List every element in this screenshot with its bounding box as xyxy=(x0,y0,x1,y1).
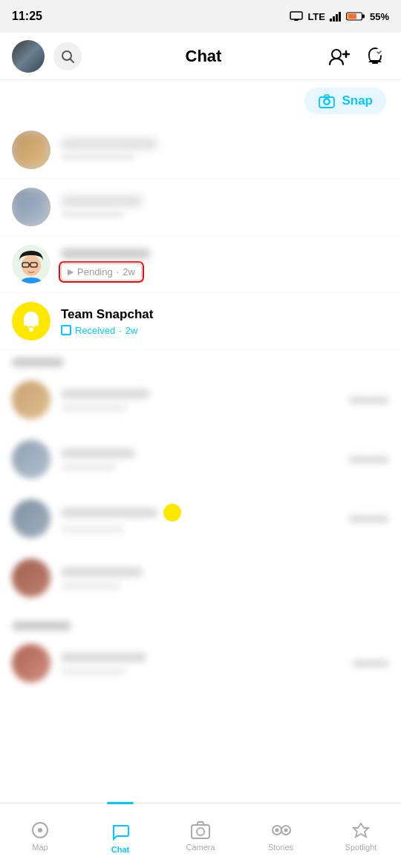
chat-info xyxy=(61,567,389,590)
search-icon xyxy=(60,49,75,64)
list-item[interactable] xyxy=(0,548,401,608)
svg-point-33 xyxy=(284,828,288,832)
add-friend-icon xyxy=(328,47,351,66)
chat-name xyxy=(61,389,150,399)
chat-name xyxy=(61,567,143,577)
camera-icon xyxy=(190,821,211,840)
list-item[interactable] xyxy=(0,430,401,489)
received-icon xyxy=(61,325,71,335)
list-item[interactable] xyxy=(0,489,401,548)
received-dot: · xyxy=(119,325,122,336)
status-bar: 11:25 LTE 55% xyxy=(0,0,401,33)
blurred-section xyxy=(0,350,401,693)
chat-info xyxy=(61,139,389,161)
battery-icon xyxy=(346,11,365,22)
list-item[interactable] xyxy=(0,634,401,693)
chat-name xyxy=(61,652,146,662)
svg-rect-0 xyxy=(290,12,302,19)
chat-name xyxy=(61,139,157,149)
chat-status xyxy=(61,463,117,471)
snap-camera-icon xyxy=(318,93,336,108)
nav-label-chat: Chat xyxy=(111,845,129,854)
pending-badge: ▶ Pending · 2w xyxy=(61,263,142,280)
map-icon xyxy=(30,821,50,840)
status-icons: LTE 55% xyxy=(290,11,389,22)
svg-rect-5 xyxy=(339,12,341,22)
nav-item-stories[interactable]: Stories xyxy=(241,815,321,858)
pending-time: 2w xyxy=(123,266,135,277)
chat-info xyxy=(61,504,332,533)
svg-point-27 xyxy=(38,828,42,832)
pending-chat-item[interactable]: ▶ Pending · 2w xyxy=(0,236,401,293)
nav-item-camera[interactable]: Camera xyxy=(160,815,241,858)
snap-label: Snap xyxy=(342,93,373,108)
list-item[interactable] xyxy=(0,179,401,236)
svg-line-11 xyxy=(71,59,74,62)
yellow-dot xyxy=(163,504,181,522)
svg-rect-1 xyxy=(294,19,299,21)
chat-icon xyxy=(111,823,130,842)
chat-status xyxy=(61,210,124,218)
status-time: 11:25 xyxy=(12,10,42,23)
team-snapchat-item[interactable]: Team Snapchat Received · 2w xyxy=(0,293,401,350)
nav-item-map[interactable]: Map xyxy=(0,815,80,858)
list-item[interactable] xyxy=(0,370,401,430)
page-title: Chat xyxy=(82,47,325,66)
snap-button[interactable]: Snap xyxy=(304,88,386,114)
nav-label-map: Map xyxy=(32,843,48,852)
header-left xyxy=(12,40,82,73)
chat-info xyxy=(61,196,389,218)
chat-time xyxy=(348,515,389,523)
svg-point-18 xyxy=(325,100,329,104)
pending-label: Pending xyxy=(77,266,113,277)
stories-icon xyxy=(270,821,292,840)
chat-name xyxy=(61,196,143,206)
chat-name xyxy=(61,249,150,259)
chat-status xyxy=(61,153,135,161)
avatar xyxy=(12,188,50,226)
add-friend-button[interactable] xyxy=(325,42,353,70)
search-button[interactable] xyxy=(53,42,82,70)
chat-status xyxy=(61,667,126,675)
chat-name xyxy=(61,448,135,458)
svg-point-32 xyxy=(276,828,279,832)
avatar xyxy=(12,644,50,683)
screen-icon xyxy=(290,11,303,22)
svg-point-25 xyxy=(29,327,33,332)
chat-info: ▶ Pending · 2w xyxy=(61,249,389,280)
avatar xyxy=(12,131,50,169)
chat-name: Team Snapchat xyxy=(61,307,389,322)
received-label: Received xyxy=(75,325,115,336)
chat-info: Team Snapchat Received · 2w xyxy=(61,307,389,336)
chat-time xyxy=(348,456,389,464)
pending-arrow-icon: ▶ xyxy=(68,267,74,277)
snap-banner: Snap xyxy=(0,80,401,122)
svg-rect-8 xyxy=(348,14,356,19)
avatar xyxy=(12,440,50,479)
nav-item-chat[interactable]: Chat xyxy=(80,812,160,860)
notification-button[interactable] xyxy=(361,42,389,70)
active-bar xyxy=(107,802,134,804)
svg-rect-4 xyxy=(336,14,338,22)
chat-info xyxy=(61,652,336,675)
avatar xyxy=(12,245,50,283)
svg-rect-2 xyxy=(330,19,332,22)
team-snapchat-avatar xyxy=(12,302,50,341)
lte-label: LTE xyxy=(307,11,325,22)
svg-rect-7 xyxy=(362,15,365,19)
chat-name xyxy=(61,507,157,518)
avatar xyxy=(12,499,50,538)
profile-avatar[interactable] xyxy=(12,40,45,73)
signal-icon xyxy=(330,11,342,22)
svg-rect-9 xyxy=(347,13,348,19)
nav-item-spotlight[interactable]: Spotlight xyxy=(321,815,401,858)
nav-label-spotlight: Spotlight xyxy=(345,843,377,852)
chat-status xyxy=(61,525,124,533)
list-item[interactable] xyxy=(0,122,401,179)
svg-marker-34 xyxy=(353,823,368,837)
received-time: 2w xyxy=(125,325,138,336)
bitmoji-avatar xyxy=(12,245,50,283)
battery-label: 55% xyxy=(370,11,389,22)
avatar xyxy=(12,559,50,597)
svg-rect-28 xyxy=(192,825,209,838)
